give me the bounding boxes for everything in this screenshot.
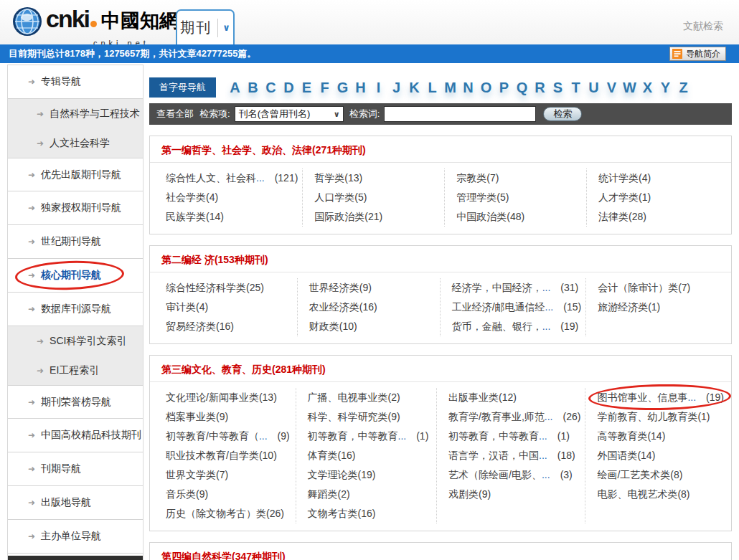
letter-link[interactable]: J [387,80,405,96]
category-link[interactable]: 音乐类(9) [166,485,212,504]
category-link[interactable]: 初等教育，中等教育...(1) [308,427,433,446]
sidebar-item[interactable]: ➜出版地导航 [8,486,143,520]
letter-link[interactable]: C [262,80,280,96]
nav-intro-button[interactable]: 导航简介 [669,47,726,61]
category-link[interactable]: 统计学类(4) [598,169,655,188]
category-link[interactable]: 初等教育，中等教育...(1) [448,427,574,446]
chevron-down-icon[interactable]: ∨ [222,22,230,33]
category-link[interactable]: 档案事业类(9) [166,407,232,427]
sidebar-item[interactable]: ➜优先出版期刊导航 [8,158,143,191]
sidebar-item[interactable]: ➜SCI科学引文索引 [8,326,143,356]
letter-link[interactable]: Y [656,80,674,96]
category-link[interactable]: 体育类(16) [308,446,360,465]
letter-link[interactable]: I [370,80,387,96]
category-link[interactable]: 人才学类(1) [598,188,655,207]
category-link[interactable]: 语言学，汉语，中国...(18) [448,446,580,465]
search-field-select[interactable]: 刊名(含曾用刊名) ∨ [235,106,344,122]
category-link[interactable]: 综合性人文、社会科...(121) [166,169,302,188]
category-link[interactable]: 文物考古类(16) [308,504,380,523]
category-link[interactable]: 学前教育、幼儿教育类(1) [597,407,714,427]
sidebar-item[interactable]: ➜期刊荣誉榜导航 [8,385,143,419]
letter-link[interactable]: O [477,80,495,96]
category-link[interactable]: 会计（除审计）类(7) [598,278,695,298]
category-link[interactable]: 文化理论/新闻事业类(13) [166,388,281,407]
letter-link[interactable]: L [423,80,441,96]
sidebar-item[interactable]: ➜自然科学与工程技术 [8,99,143,128]
sidebar-item[interactable]: ➜数据库刊源导航 [8,293,143,326]
letter-link[interactable]: P [495,80,513,96]
category-link[interactable]: 审计类(4) [166,298,212,317]
category-link[interactable]: 戏剧类(9) [448,485,495,504]
letter-link[interactable]: T [567,80,585,96]
category-link[interactable]: 广播、电视事业类(2) [308,388,405,407]
category-link[interactable]: 中国政治类(48) [456,207,529,227]
letter-link[interactable]: K [405,80,423,96]
sidebar-item[interactable]: ➜EI工程索引 [8,356,143,385]
letter-link[interactable]: E [298,80,316,96]
category-link[interactable]: 人口学类(5) [314,188,371,207]
letter-link[interactable]: D [280,80,298,96]
category-link[interactable]: 民族学类(14) [166,207,228,227]
journal-tab[interactable]: 期刊 ∨ [176,9,235,44]
letter-link[interactable]: R [531,80,549,96]
category-link[interactable]: 哲学类(13) [314,169,367,188]
category-link[interactable]: 外国语类(14) [597,446,659,465]
search-term-label: 检索词: [349,108,380,120]
category-link[interactable]: 经济学，中国经济，...(31) [452,278,583,298]
letter-link[interactable]: G [334,80,352,96]
category-link[interactable]: 国际政治类(21) [314,207,387,227]
sidebar-item[interactable]: ➜独家授权期刊导航 [8,191,143,225]
category-link[interactable]: 法律类(28) [598,207,651,227]
category-link[interactable]: 艺术（除绘画/电影、...(3) [448,465,577,485]
sidebar-item[interactable]: ➜世纪期刊导航 [8,225,143,259]
category-link[interactable]: 舞蹈类(2) [308,485,354,504]
letter-link[interactable]: M [441,80,459,96]
category-link[interactable]: 宗教类(7) [456,169,503,188]
category-link[interactable]: 出版事业类(12) [448,388,521,407]
letter-link[interactable]: V [603,80,621,96]
letter-link[interactable]: X [639,80,656,96]
letter-link[interactable]: N [459,80,477,96]
letter-link[interactable]: Q [513,80,531,96]
letter-link[interactable]: A [226,80,244,96]
category-link[interactable]: 财政类(10) [309,317,362,336]
category-link[interactable]: 教育学/教育事业,师范...(26) [448,407,585,427]
search-button[interactable]: 检索 [543,107,582,121]
sidebar-item[interactable]: ➜中国高校精品科技期刊 [8,419,143,452]
sidebar-item[interactable]: ➜核心期刊导航 [8,259,143,293]
letter-link[interactable]: U [585,80,603,96]
letter-link[interactable]: Z [674,80,692,96]
category-link[interactable]: 电影、电视艺术类(8) [597,485,694,504]
category-link[interactable]: 管理学类(5) [456,188,513,207]
category-link[interactable]: 社会学类(4) [166,188,222,207]
literature-search-link[interactable]: 文献检索 [683,20,723,33]
letter-link[interactable]: H [352,80,370,96]
search-input[interactable] [384,106,536,122]
sidebar-item[interactable]: ➜专辑导航 [8,65,143,99]
category-link[interactable]: 文学理论类(19) [308,465,380,485]
letter-link[interactable]: B [244,80,262,96]
category-link[interactable]: 贸易经济类(16) [166,317,238,336]
category-link[interactable]: 历史（除文物考古）类(26) [166,504,288,523]
category-link[interactable]: 农业经济类(16) [309,298,382,317]
letter-link[interactable]: F [316,80,334,96]
category-link[interactable]: 世界经济类(9) [309,278,376,298]
category-link[interactable]: 综合性经济科学类(25) [166,278,268,298]
category-link[interactable]: 职业技术教育/自学类(10) [166,446,281,465]
sidebar-item[interactable]: ➜刊期导航 [8,452,143,486]
category-link[interactable]: 工业经济/邮电通信经...(15) [452,298,585,317]
sidebar-item[interactable]: ➜人文社会科学 [8,128,143,158]
category-link[interactable]: 初等教育/中等教育（...(9) [166,427,294,446]
sidebar-item[interactable]: ➜主办单位导航 [8,520,143,554]
category-link[interactable]: 高等教育类(14) [597,427,669,446]
category-link[interactable]: 旅游经济类(1) [598,298,664,317]
letter-link[interactable]: W [621,80,639,96]
first-letter-nav-button[interactable]: 首字母导航 [149,77,216,98]
category-link[interactable]: 图书馆事业、信息事...(19) [597,388,728,407]
category-link[interactable]: 科学、科学研究类(9) [308,407,405,427]
category-link[interactable]: 世界文学类(7) [166,465,232,485]
category-link[interactable]: 货币，金融、银行，...(19) [452,317,583,336]
view-all-link[interactable]: 查看全部 [156,108,194,120]
letter-link[interactable]: S [549,80,567,96]
category-link[interactable]: 绘画/工艺美术类(8) [597,465,687,485]
